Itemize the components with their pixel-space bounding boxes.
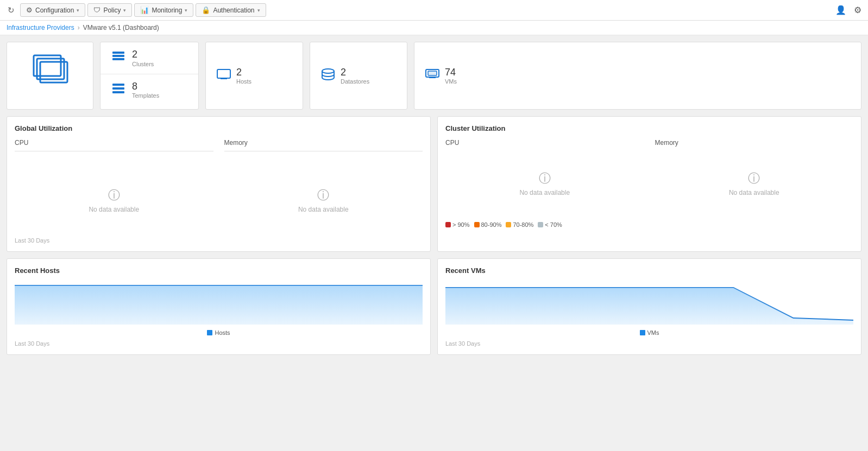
policy-label: Policy (103, 7, 121, 14)
breadcrumb-parent[interactable]: Infrastructure Providers (7, 24, 74, 31)
vms-label: VMs (445, 78, 457, 85)
legend-lt70-label: < 70% (545, 221, 562, 228)
nav-right: 👤 ⚙ (833, 3, 864, 17)
cluster-charts: CPU ⓘ No data available Memory ⓘ No data… (445, 139, 853, 216)
datastores-card[interactable]: 2 Datastores (310, 42, 407, 110)
templates-count: 8 (132, 81, 159, 93)
svg-rect-8 (112, 91, 124, 93)
configuration-label: Configuration (35, 7, 74, 14)
breadcrumb: Infrastructure Providers › VMware v5.1 (… (0, 21, 868, 35)
recent-hosts-footer: Last 30 Days (15, 340, 423, 347)
vms-count: 74 (445, 67, 457, 78)
svg-marker-17 (15, 285, 423, 325)
legend-70-80-dot (506, 222, 511, 227)
legend-80-90-dot (474, 222, 480, 227)
configuration-menu[interactable]: ⚙ Configuration ▾ (20, 3, 85, 17)
policy-chevron: ▾ (123, 8, 126, 13)
cluster-memory-no-data-text: No data available (729, 189, 779, 196)
monitoring-menu[interactable]: 📊 Monitoring ▾ (134, 3, 193, 17)
datastores-info: 2 Datastores (341, 67, 369, 85)
vms-card[interactable]: 74 VMs (414, 42, 861, 110)
recent-hosts-svg (15, 281, 423, 325)
recent-vms-legend: VMs (445, 329, 853, 336)
vmware-icon (28, 51, 72, 100)
cluster-cpu-chart: CPU ⓘ No data available (445, 139, 644, 216)
memory-label: Memory (224, 139, 423, 147)
clusters-info: 2 Clusters (132, 49, 154, 67)
recent-vms-svg (445, 281, 853, 325)
legend-gt90-dot (445, 222, 451, 227)
breadcrumb-separator: › (78, 24, 80, 31)
authentication-menu[interactable]: 🔒 Authentication ▾ (196, 3, 266, 17)
cluster-utilization-title: Cluster Utilization (445, 124, 853, 132)
svg-rect-4 (112, 55, 124, 57)
configuration-chevron: ▾ (77, 8, 79, 13)
legend-70-80: 70-80% (506, 221, 533, 228)
svg-marker-18 (445, 288, 853, 325)
provider-logo-card (7, 42, 93, 110)
cpu-info-icon: ⓘ (108, 187, 120, 204)
settings-icon[interactable]: ⚙ (852, 3, 864, 17)
legend-lt70-dot (538, 222, 543, 227)
hosts-info: 2 Hosts (236, 67, 251, 85)
memory-no-data: ⓘ No data available (224, 168, 423, 233)
authentication-icon: 🔒 (202, 6, 210, 14)
datastores-label: Datastores (341, 78, 369, 85)
cpu-no-data: ⓘ No data available (15, 168, 213, 233)
clusters-count: 2 (132, 49, 154, 61)
datastores-count: 2 (341, 67, 369, 78)
vms-legend-dot (640, 330, 645, 335)
clusters-icon (111, 52, 127, 64)
recent-vms-title: Recent VMs (445, 266, 853, 275)
svg-rect-5 (112, 58, 124, 60)
recent-hosts-chart-area (15, 281, 423, 326)
recent-hosts-legend: Hosts (15, 329, 423, 336)
hosts-icon (217, 69, 231, 82)
user-icon[interactable]: 👤 (833, 3, 848, 17)
cpu-chart: CPU ⓘ No data available (15, 139, 213, 233)
monitoring-icon: 📊 (140, 6, 149, 14)
refresh-button[interactable]: ↻ (4, 3, 18, 17)
vms-icon (425, 69, 439, 82)
templates-label: Templates (132, 92, 159, 99)
global-util-footer: Last 30 Days (15, 237, 423, 244)
top-nav: ↻ ⚙ Configuration ▾ 🛡 Policy ▾ 📊 Monitor… (0, 0, 868, 21)
cpu-no-data-text: No data available (89, 206, 139, 213)
policy-menu[interactable]: 🛡 Policy ▾ (87, 3, 132, 17)
templates-icon (111, 84, 127, 96)
monitoring-label: Monitoring (152, 7, 182, 14)
cluster-memory-info-icon: ⓘ (748, 170, 760, 187)
nav-left: ↻ ⚙ Configuration ▾ 🛡 Policy ▾ 📊 Monitor… (4, 3, 266, 17)
recent-vms-chart-area (445, 281, 853, 326)
recent-hosts-title: Recent Hosts (15, 266, 423, 275)
legend-80-90-label: 80-90% (481, 221, 502, 228)
hosts-count: 2 (236, 67, 251, 78)
global-utilization-card: Global Utilization CPU ⓘ No data availab… (7, 116, 431, 252)
clusters-card[interactable]: 2 Clusters (100, 42, 198, 74)
svg-rect-3 (112, 52, 124, 54)
cluster-memory-chart: Memory ⓘ No data available (655, 139, 854, 216)
hosts-legend-dot (207, 330, 212, 335)
legend-gt90: > 90% (445, 221, 470, 228)
utilization-row: Global Utilization CPU ⓘ No data availab… (7, 116, 861, 252)
configuration-icon: ⚙ (26, 6, 33, 14)
vms-info: 74 VMs (445, 67, 457, 85)
templates-card[interactable]: 8 Templates (100, 74, 198, 106)
global-utilization-title: Global Utilization (15, 124, 423, 132)
cluster-legend: > 90% 80-90% 70-80% < 70% (445, 221, 853, 228)
recent-vms-footer: Last 30 Days (445, 340, 853, 347)
memory-no-data-text: No data available (298, 206, 349, 213)
breadcrumb-current: VMware v5.1 (Dashboard) (83, 24, 159, 31)
clusters-label: Clusters (132, 61, 154, 67)
legend-gt90-label: > 90% (452, 221, 470, 228)
hosts-card[interactable]: 2 Hosts (205, 42, 303, 110)
svg-point-12 (322, 69, 334, 73)
monitoring-chevron: ▾ (185, 8, 187, 13)
cluster-memory-label: Memory (655, 139, 854, 147)
templates-info: 8 Templates (132, 81, 159, 99)
cluster-memory-no-data: ⓘ No data available (655, 151, 854, 216)
recent-row: Recent Hosts Hosts L (7, 258, 861, 355)
hosts-label: Hosts (236, 78, 251, 85)
clusters-templates-cards: 2 Clusters 8 Templates (100, 42, 199, 110)
cluster-cpu-label: CPU (445, 139, 644, 147)
